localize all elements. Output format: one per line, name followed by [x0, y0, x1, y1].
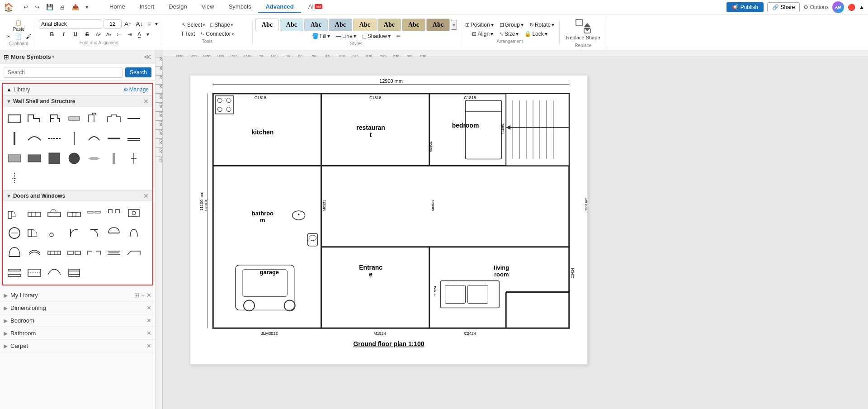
wall-symbol-21[interactable]	[125, 149, 143, 167]
carpet-item[interactable]: ▶ Carpet ✕	[0, 340, 155, 352]
redo-button[interactable]: ↪	[32, 2, 42, 12]
wall-symbol-9[interactable]	[25, 129, 43, 147]
font-family-input[interactable]	[39, 19, 102, 29]
door-symbol-11[interactable]	[65, 224, 83, 242]
door-symbol-16[interactable]	[25, 244, 43, 262]
italic-button[interactable]: I	[58, 29, 69, 39]
style-swatch-7[interactable]: Abc	[402, 19, 425, 31]
indent-button[interactable]: ⇥	[125, 30, 134, 38]
wall-symbol-10[interactable]	[45, 129, 63, 147]
save-button[interactable]: 💾	[43, 2, 56, 12]
door-symbol-24[interactable]	[45, 264, 63, 282]
strikethrough-button[interactable]: S	[82, 29, 93, 39]
door-symbol-19[interactable]	[85, 244, 103, 262]
doors-windows-header[interactable]: ▼ Doors and Windows ✕	[3, 190, 152, 201]
wall-shell-header[interactable]: ▼ Wall Shell and Structure ✕	[3, 95, 152, 107]
door-symbol-4[interactable]	[65, 204, 83, 222]
door-symbol-14[interactable]	[125, 224, 143, 242]
style-swatch-3[interactable]: Abc	[304, 19, 328, 31]
wall-symbol-18[interactable]	[65, 149, 83, 167]
line-button[interactable]: — Line ▾	[334, 32, 359, 40]
door-symbol-7[interactable]	[125, 204, 143, 222]
wall-symbol-2[interactable]	[25, 109, 43, 128]
style-swatch-1[interactable]: Abc	[255, 19, 279, 31]
doors-windows-close[interactable]: ✕	[143, 192, 149, 200]
wall-symbol-8[interactable]	[5, 129, 24, 147]
my-library-close-icon[interactable]: ✕	[146, 292, 151, 299]
wall-symbol-13[interactable]	[105, 129, 123, 147]
door-symbol-15[interactable]	[5, 244, 24, 262]
wall-symbol-15[interactable]	[5, 149, 24, 167]
text-highlight-button[interactable]: ▾	[144, 30, 151, 38]
paragraph-more-button[interactable]: ▾	[154, 20, 159, 28]
text-color-button[interactable]: A̲	[135, 30, 143, 38]
manage-button[interactable]: ⚙ Manage	[123, 86, 149, 93]
text-button[interactable]: T Text	[179, 30, 197, 38]
font-shrink-button[interactable]: A↓	[134, 20, 144, 28]
bedroom-item[interactable]: ▶ Bedroom ✕	[0, 314, 155, 327]
export-button[interactable]: 📤	[69, 2, 82, 12]
paragraph-align-button[interactable]: ≡	[146, 20, 152, 28]
wall-symbol-11[interactable]	[65, 129, 83, 147]
align-button[interactable]: ⊟ Align ▾	[470, 30, 495, 38]
styles-expand-button[interactable]: ▾	[451, 20, 457, 30]
wall-symbol-19[interactable]	[85, 149, 103, 167]
door-symbol-21[interactable]	[125, 244, 143, 262]
print-button[interactable]: 🖨	[57, 2, 68, 12]
bathroom-close-icon[interactable]: ✕	[146, 330, 151, 337]
wall-symbol-17[interactable]	[45, 149, 63, 167]
publish-button[interactable]: 📢 Publish	[726, 2, 764, 12]
door-symbol-6[interactable]	[105, 204, 123, 222]
tab-insert[interactable]: Insert	[132, 1, 162, 13]
door-symbol-3[interactable]	[45, 204, 63, 222]
wall-symbol-7[interactable]	[125, 109, 143, 128]
format-painter-button[interactable]: 🖌	[24, 33, 33, 40]
list-button[interactable]: ≔	[114, 30, 124, 38]
my-library-grid-icon[interactable]: ⊞	[134, 292, 139, 299]
door-symbol-2[interactable]	[25, 204, 43, 222]
collapse-button[interactable]: ▲	[859, 4, 864, 10]
copy-button[interactable]: 📄	[13, 33, 24, 40]
style-swatch-5[interactable]: Abc	[353, 19, 377, 31]
wall-symbol-4[interactable]	[65, 109, 83, 128]
wall-symbol-5[interactable]	[85, 109, 103, 128]
door-symbol-18[interactable]	[65, 244, 83, 262]
door-symbol-23[interactable]	[25, 264, 43, 282]
tab-symbols[interactable]: Symbols	[222, 1, 259, 13]
door-symbol-22[interactable]	[5, 264, 24, 282]
shape-button[interactable]: □ Shape ▾	[208, 21, 235, 29]
bathroom-item[interactable]: ▶ Bathroom ✕	[0, 327, 155, 340]
font-size-input[interactable]	[104, 19, 122, 29]
connector-button[interactable]: ⤷ Connector ▾	[198, 30, 236, 38]
door-symbol-17[interactable]	[45, 244, 63, 262]
more-button[interactable]: ▾	[83, 2, 91, 12]
door-symbol-12[interactable]	[85, 224, 103, 242]
door-symbol-13[interactable]	[105, 224, 123, 242]
tab-home[interactable]: Home	[102, 1, 132, 13]
search-input[interactable]	[4, 67, 123, 78]
underline-button[interactable]: U	[70, 29, 81, 39]
style-swatch-8[interactable]: Abc	[426, 19, 450, 31]
tab-view[interactable]: View	[194, 1, 222, 13]
options-button[interactable]: ⚙ Options	[803, 4, 829, 10]
style-swatch-4[interactable]: Abc	[329, 19, 352, 31]
position-button[interactable]: ⊞ Position ▾	[463, 21, 496, 29]
library-header[interactable]: ▲ Library ⚙ Manage	[3, 84, 152, 95]
wall-symbol-20[interactable]	[105, 149, 123, 167]
style-swatch-2[interactable]: Abc	[280, 19, 303, 31]
panel-collapse-button[interactable]: ≪	[144, 52, 151, 61]
group-button[interactable]: ⊡ Group ▾	[497, 21, 526, 29]
replace-shape-button[interactable]: Replace Shape	[562, 17, 604, 42]
wall-symbol-12[interactable]	[85, 129, 103, 147]
rotate-button[interactable]: ↻ Rotate ▾	[527, 21, 557, 29]
size-button[interactable]: ⤡ Size ▾	[497, 30, 521, 38]
wall-symbol-22[interactable]	[5, 169, 24, 187]
undo-button[interactable]: ↩	[21, 2, 31, 12]
cut-button[interactable]: ✂	[5, 33, 13, 40]
wall-symbol-3[interactable]	[45, 109, 63, 128]
wall-symbol-14[interactable]	[125, 129, 143, 147]
shadow-button[interactable]: ◻ Shadow ▾	[360, 32, 393, 40]
bedroom-close-icon[interactable]: ✕	[146, 317, 151, 324]
wall-symbol-1[interactable]	[5, 109, 24, 128]
door-symbol-8[interactable]	[5, 224, 24, 242]
